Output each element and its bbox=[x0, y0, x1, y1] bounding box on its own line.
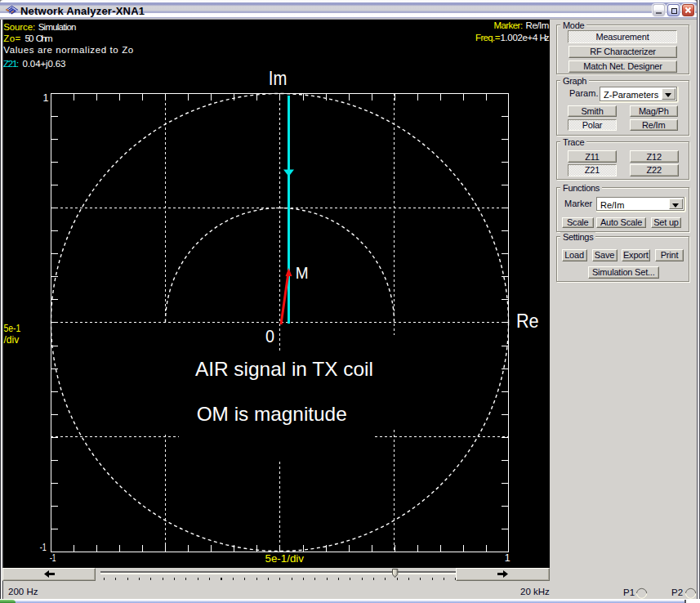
svg-text:0: 0 bbox=[265, 326, 274, 346]
svg-text:Hz: Hz bbox=[540, 33, 550, 42]
svg-text:M: M bbox=[296, 263, 309, 282]
svg-text:Z21:: Z21: bbox=[3, 59, 19, 69]
svg-text:Re/Im: Re/Im bbox=[526, 20, 550, 30]
svg-text:Freq.=: Freq.= bbox=[475, 33, 501, 42]
svg-text:Ohm: Ohm bbox=[36, 34, 53, 43]
svg-text:Simulation: Simulation bbox=[38, 22, 77, 32]
svg-text:Im: Im bbox=[269, 67, 288, 89]
svg-text:1: 1 bbox=[43, 92, 49, 104]
svg-text:Zo=: Zo= bbox=[3, 34, 20, 43]
svg-text:/div: /div bbox=[4, 334, 20, 346]
svg-text:5e-1/div: 5e-1/div bbox=[265, 553, 305, 565]
svg-text:-1: -1 bbox=[50, 552, 56, 564]
svg-text:1.002e+4: 1.002e+4 bbox=[500, 33, 538, 42]
svg-text:50: 50 bbox=[25, 34, 34, 43]
svg-text:Marker:: Marker: bbox=[493, 20, 523, 30]
svg-text:Re: Re bbox=[516, 310, 539, 332]
svg-text:Values are normalized to Zo: Values are normalized to Zo bbox=[3, 45, 133, 55]
svg-text:5e-1: 5e-1 bbox=[4, 323, 21, 334]
svg-text:0.04+j0.63: 0.04+j0.63 bbox=[23, 59, 66, 69]
svg-text:AIR signal in TX coil: AIR signal in TX coil bbox=[195, 358, 373, 380]
svg-text:1: 1 bbox=[505, 552, 511, 564]
svg-text:-1: -1 bbox=[40, 542, 47, 553]
svg-text:Source:: Source: bbox=[3, 22, 35, 32]
svg-text:OM is magnitude: OM is magnitude bbox=[197, 403, 347, 425]
